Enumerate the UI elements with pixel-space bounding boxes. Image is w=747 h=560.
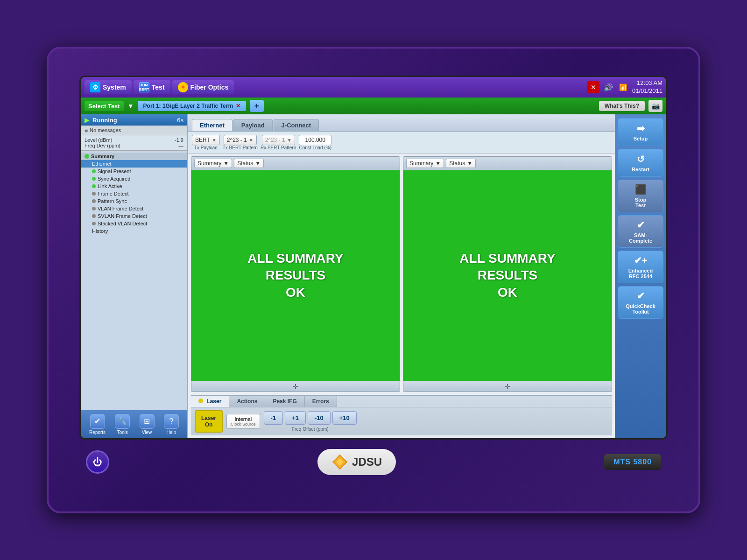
reports-label: Reports <box>89 430 106 435</box>
laser-area: Laser Actions Peak IFG Errors <box>191 395 612 435</box>
fiber-optics-btn[interactable]: ✦ Fiber Optics <box>172 80 234 94</box>
left-status-arrow: ▼ <box>255 160 261 167</box>
test-menu-btn[interactable]: JUMBERT Test <box>134 80 170 94</box>
nav-item-vlan-frame-detect[interactable]: VLAN Frame Detect <box>81 205 187 212</box>
nav-item-summary[interactable]: Summary <box>81 153 187 160</box>
screen-bezel: ⚙ System JUMBERT Test ✦ Fiber Optics ✕ 🔊… <box>79 76 668 440</box>
tools-btn[interactable]: 🔧 Tools <box>115 414 130 435</box>
laser-tab-laser[interactable]: Laser <box>191 396 229 407</box>
nav-item-signal-present[interactable]: Signal Present <box>81 168 187 175</box>
tab-payload[interactable]: Payload <box>233 119 273 131</box>
tx-payload-label: Tx Payload <box>194 145 218 150</box>
running-bar: ▶ Running 6s <box>81 114 187 126</box>
const-load-group: 100.000 Const Load (%) <box>299 135 331 150</box>
restart-btn[interactable]: ↺ Restart <box>618 149 663 177</box>
setup-label: Setup <box>634 136 648 141</box>
rx-bert-label: Rx BERT Pattern <box>261 145 296 150</box>
right-expand-icon[interactable]: ✛ <box>505 383 510 390</box>
nav-item-frame-detect[interactable]: Frame Detect <box>81 190 187 197</box>
rx-bert-select[interactable]: 2^23 - 1 ▼ <box>262 135 295 145</box>
tab-ethernet[interactable]: Ethernet <box>192 119 233 131</box>
freq-plus1-btn[interactable]: +1 <box>285 411 306 425</box>
laser-on-btn[interactable]: LaserOn <box>195 410 223 433</box>
laser-tab-actions[interactable]: Actions <box>229 396 265 407</box>
freq-label: Freq Dev (ppm) <box>85 143 120 148</box>
left-panel: ▶ Running 6s ≡ No messages Level (dBm) -… <box>81 114 188 438</box>
close-tab-btn[interactable]: ✕ <box>236 103 240 109</box>
nav-pattern-sync-label: Pattern Sync <box>98 198 127 204</box>
nav-item-history[interactable]: History <box>81 227 187 235</box>
whats-this-btn[interactable]: What's This? <box>599 101 645 111</box>
tx-payload-arrow: ▼ <box>212 138 217 143</box>
help-icon: ? <box>164 414 179 429</box>
setup-btn[interactable]: ➡ Setup <box>618 118 663 146</box>
sun-icon: ✦ <box>178 82 188 92</box>
help-btn[interactable]: ? Help <box>164 414 179 435</box>
level-label: Level (dBm) <box>85 137 112 143</box>
level-info: Level (dBm) -1.9 Freq Dev (ppm) --- <box>81 135 187 151</box>
pattern-sync-dot <box>92 199 96 203</box>
camera-icon: 📷 <box>652 102 660 110</box>
results-area: Summary ▼ Status ▼ <box>188 154 615 438</box>
select-test-label[interactable]: Select Test <box>85 101 124 111</box>
const-load-value[interactable]: 100.000 <box>299 135 331 145</box>
messages-icon: ≡ <box>85 127 88 133</box>
freq-plus10-btn[interactable]: +10 <box>332 411 357 425</box>
enhanced-rfc-btn[interactable]: ✔+ EnhancedRFC 2544 <box>618 251 663 283</box>
left-summary-arrow: ▼ <box>223 160 229 167</box>
gear-icon: ⚙ <box>90 82 100 92</box>
view-icon: ⊞ <box>140 414 155 429</box>
restart-label: Restart <box>632 167 649 172</box>
tx-payload-value: BERT <box>195 137 210 143</box>
nav-item-link-active[interactable]: Link Active <box>81 182 187 190</box>
nav-item-stacked-vlan[interactable]: Stacked VLAN Detect <box>81 220 187 227</box>
view-btn[interactable]: ⊞ View <box>140 414 155 435</box>
add-tab-btn[interactable]: + <box>250 100 264 112</box>
right-status-arrow: ▼ <box>467 160 472 167</box>
right-summary-dropdown[interactable]: Summary ▼ <box>406 159 444 168</box>
nav-summary-label: Summary <box>91 154 114 159</box>
tx-bert-select[interactable]: 2^23 - 1 ▼ <box>224 135 257 145</box>
right-summary-label: Summary <box>409 160 433 167</box>
left-summary-dropdown[interactable]: Summary ▼ <box>194 159 232 168</box>
tx-bert-arrow: ▼ <box>249 138 254 143</box>
clock-source-select[interactable]: Internal Clock Source <box>226 414 260 429</box>
nav-item-sync-acquired[interactable]: Sync Acquired <box>81 175 187 182</box>
nav-item-svlan-frame-detect[interactable]: SVLAN Frame Detect <box>81 212 187 220</box>
tx-payload-select[interactable]: BERT ▼ <box>192 135 220 145</box>
freq-minus10-btn[interactable]: -10 <box>308 411 331 425</box>
nav-svlan-frame-detect-label: SVLAN Frame Detect <box>98 213 147 219</box>
reports-btn[interactable]: ✔ Reports <box>89 414 106 435</box>
time-display: 12:03 AM 01/01/2011 <box>632 79 662 95</box>
laser-tab-errors[interactable]: Errors <box>305 396 337 407</box>
left-expand-icon[interactable]: ✛ <box>293 383 298 390</box>
laser-tab-peak-ifg[interactable]: Peak IFG <box>265 396 304 407</box>
tab-jconnect[interactable]: J-Connect <box>274 119 319 131</box>
right-result-panel: Summary ▼ Status ▼ <box>403 156 612 392</box>
messages-text: No messages <box>90 127 121 133</box>
freq-minus1-btn[interactable]: -1 <box>264 411 283 425</box>
quickcheck-btn[interactable]: ✔ QuickCheckToolkit <box>618 286 663 319</box>
left-status-dropdown[interactable]: Status ▼ <box>234 159 264 168</box>
help-label: Help <box>167 430 176 435</box>
camera-btn[interactable]: 📷 <box>648 100 662 112</box>
test-label: Test <box>152 84 165 91</box>
system-label: System <box>103 84 126 91</box>
port-tab[interactable]: Port 1: 1GigE Layer 2 Traffic Term ✕ <box>138 101 247 111</box>
device-bottom: ⏻ JDSU MTS 5800 <box>49 440 698 484</box>
left-panel-footer: ✛ <box>191 381 400 392</box>
tab-jconnect-label: J-Connect <box>282 122 311 129</box>
link-active-dot <box>92 184 96 188</box>
sam-icon: ✔ <box>637 219 645 231</box>
speaker-icon: 🔊 <box>602 81 614 93</box>
summary-dot <box>85 154 89 159</box>
system-menu-btn[interactable]: ⚙ System <box>85 80 132 94</box>
brand-badge: JDSU <box>317 449 396 475</box>
power-btn[interactable]: ⏻ <box>86 450 109 474</box>
tools-label: Tools <box>117 430 128 435</box>
sam-complete-btn[interactable]: ✔ SAM-Complete <box>618 215 663 248</box>
right-status-dropdown[interactable]: Status ▼ <box>446 159 476 168</box>
nav-item-pattern-sync[interactable]: Pattern Sync <box>81 197 187 205</box>
nav-item-ethernet[interactable]: Ethernet <box>81 160 187 168</box>
stop-test-btn[interactable]: ⬛ StopTest <box>618 180 663 212</box>
